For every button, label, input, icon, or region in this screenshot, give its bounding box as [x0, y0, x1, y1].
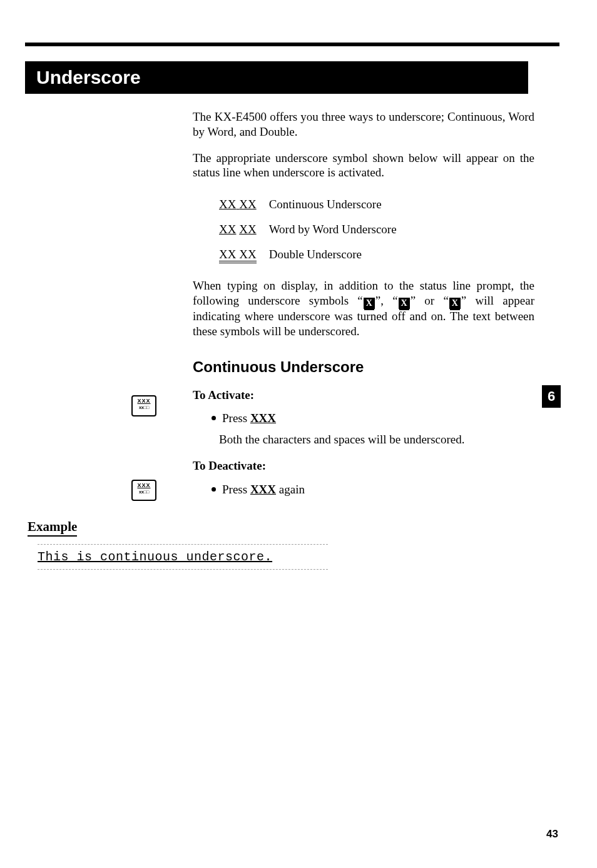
key-icon: XXX xx□□: [131, 480, 156, 501]
label-cell: Continuous Underscore: [269, 193, 408, 216]
text-run: Press: [222, 483, 250, 496]
key-icon-line2: xx□□: [133, 405, 155, 410]
body-column: The KX-E4500 offers you three ways to un…: [193, 109, 534, 503]
activate-step: Press XXX: [212, 411, 534, 426]
symbol-cell: XX XX: [219, 243, 268, 266]
inverse-x-icon: X: [449, 298, 461, 309]
inverse-x-icon: X: [399, 298, 410, 309]
step-text: Press XXX: [222, 411, 276, 426]
table-row: XX XX Word by Word Underscore: [219, 218, 408, 241]
section-title: Underscore: [36, 67, 141, 88]
top-rule: [25, 43, 559, 46]
bullet-icon: [212, 487, 216, 492]
dotted-rule: [38, 569, 328, 570]
page-number: 43: [546, 828, 558, 840]
glyph-b: XX: [239, 198, 256, 211]
intro-para-2: The appropriate underscore symbol shown …: [193, 151, 534, 181]
example-text: This is continuous underscore.: [38, 550, 272, 564]
glyph-a: XX: [219, 248, 236, 261]
intro-para-1: The KX-E4500 offers you three ways to un…: [193, 109, 534, 139]
symbol-cell: XX XX: [219, 218, 268, 241]
key-name: XXX: [250, 483, 276, 496]
symbol-cell: XX XX: [219, 193, 268, 216]
text-run: ” or “: [411, 294, 449, 307]
inverse-x-icon: X: [364, 298, 375, 309]
key-icon-line2: xx□□: [133, 490, 155, 494]
dotted-rule: [38, 544, 328, 545]
text-run: Press: [222, 411, 250, 425]
section-title-bar: Underscore: [25, 61, 528, 94]
manual-page: Underscore 6 The KX-E4500 offers you thr…: [0, 0, 597, 868]
key-name: XXX: [250, 411, 276, 425]
example-output: This is continuous underscore.: [38, 544, 328, 570]
step-text: Press XXX again: [222, 482, 305, 497]
glyph-b: XX: [239, 223, 256, 236]
glyph-a: XX: [219, 198, 236, 211]
table-row: XX XX Continuous Underscore: [219, 193, 408, 216]
text-run: again: [276, 483, 305, 496]
key-icon: XXX xx□□: [131, 395, 156, 416]
glyph-a: XX: [219, 223, 236, 236]
label-cell: Word by Word Underscore: [269, 218, 408, 241]
to-deactivate-heading: To Deactivate:: [193, 458, 534, 473]
to-activate-heading: To Activate:: [193, 388, 534, 403]
bullet-icon: [212, 416, 216, 420]
example-heading: Example: [28, 519, 77, 537]
key-icon-line1: XXX: [133, 483, 155, 488]
deactivate-step: Press XXX again: [212, 482, 534, 497]
subsection-heading: Continuous Underscore: [193, 358, 534, 376]
label-cell: Double Underscore: [269, 243, 408, 266]
text-run: ”, “: [375, 294, 398, 307]
activate-note: Both the characters and spaces will be u…: [219, 432, 534, 447]
key-icon-line1: XXX: [133, 398, 155, 404]
underscore-symbol-table: XX XX Continuous Underscore XX XX Word b…: [218, 191, 409, 267]
glyph-b: XX: [239, 248, 256, 261]
display-symbols-para: When typing on display, in addition to t…: [193, 278, 534, 338]
chapter-tab: 6: [542, 385, 561, 408]
table-row: XX XX Double Underscore: [219, 243, 408, 266]
